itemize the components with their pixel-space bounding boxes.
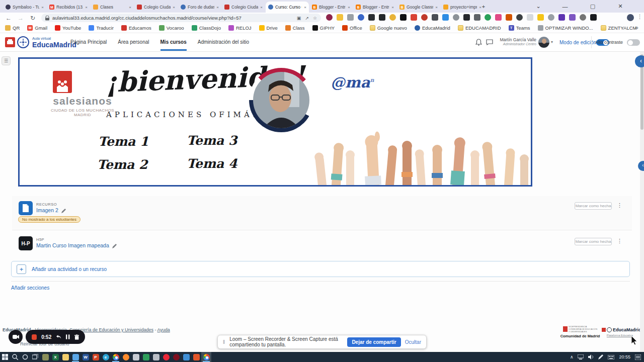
bookmark-item[interactable]: Drive: [259, 25, 278, 31]
drag-handle-icon[interactable]: ‖: [223, 339, 225, 345]
chrome-menu-icon[interactable]: ⋮: [637, 14, 642, 20]
extension-icon[interactable]: [347, 14, 354, 21]
bookmark-item[interactable]: MGmail: [27, 25, 47, 31]
browser-tab[interactable]: Symbaloo - Tus×: [3, 2, 46, 13]
extension-icon[interactable]: [368, 14, 375, 21]
taskbar-icon-chrome[interactable]: [111, 352, 121, 362]
taskbar-icon-cortana[interactable]: [20, 352, 30, 362]
bookmark-item[interactable]: EducaMadrid: [415, 25, 450, 31]
browser-tab[interactable]: MRecibidos (13.5×: [47, 2, 90, 13]
activity-kebab-menu-icon[interactable]: ⋮: [617, 202, 622, 209]
tray-clock[interactable]: 20:55: [619, 354, 630, 359]
media-icon[interactable]: ▣: [297, 16, 301, 21]
user-menu[interactable]: Martín García Valle Administrador Centro: [497, 37, 536, 46]
bookmark-item[interactable]: Traducir: [89, 25, 114, 31]
reload-icon[interactable]: ↻: [28, 14, 37, 23]
hide-button[interactable]: Ocultar: [405, 339, 421, 345]
browser-tab[interactable]: Colegio Ciudad×: [222, 2, 265, 13]
extension-icon[interactable]: [485, 14, 491, 21]
browser-tab[interactable]: BGoogle Classro×: [397, 2, 440, 13]
tab-close-icon[interactable]: ×: [173, 5, 175, 10]
tray-volume-icon[interactable]: [588, 354, 594, 359]
taskbar-icon-sheets[interactable]: [141, 352, 151, 362]
nav-item-mis-cursos[interactable]: Mis cursos: [160, 33, 187, 51]
nav-item--rea-personal[interactable]: Área personal: [118, 33, 149, 51]
taskbar-icon-firefox[interactable]: [121, 352, 131, 362]
edit-title-icon[interactable]: [112, 244, 117, 248]
share-icon[interactable]: ↗: [305, 16, 309, 21]
extension-icon[interactable]: [442, 14, 449, 21]
profile-avatar[interactable]: [627, 14, 634, 21]
browser-tab[interactable]: Clases×: [91, 2, 134, 13]
footer-help-link[interactable]: Ayuda: [157, 327, 170, 332]
add-activity-button[interactable]: + Añadir una actividad o un recurso: [11, 261, 630, 277]
taskbar-icon-task-view[interactable]: [30, 352, 40, 362]
forward-icon[interactable]: →: [16, 14, 25, 23]
browser-tab[interactable]: BBlogger - Entra×: [353, 2, 396, 13]
taskbar-icon-start[interactable]: [0, 352, 10, 362]
add-sections-link[interactable]: Añadir secciones: [11, 285, 49, 291]
taskbar-icon-monitor-app[interactable]: [70, 352, 80, 362]
extension-icon[interactable]: [337, 14, 343, 21]
bookmark-item[interactable]: EDUCAMADRID: [458, 25, 501, 31]
tab-close-icon[interactable]: ×: [304, 5, 306, 10]
contrast-toggle[interactable]: [627, 39, 640, 46]
bookmark-star-icon[interactable]: ☆: [313, 16, 317, 21]
action-center-icon[interactable]: [635, 354, 641, 360]
activity-title-link[interactable]: Martin Curso Imagen mapeada: [36, 242, 117, 248]
extension-icon[interactable]: [569, 14, 576, 21]
bookmark-item[interactable]: GIPHY: [312, 25, 335, 31]
delete-recording-icon[interactable]: [74, 334, 79, 340]
messages-icon[interactable]: [486, 39, 493, 45]
tray-keyboard-icon[interactable]: [608, 355, 614, 359]
extension-icon[interactable]: [516, 14, 523, 21]
restart-recording-icon[interactable]: [56, 334, 61, 339]
extension-icon[interactable]: [558, 14, 565, 21]
extension-icon[interactable]: [548, 14, 554, 21]
edit-title-icon[interactable]: [61, 209, 66, 213]
extension-icon[interactable]: [389, 14, 396, 21]
bookmark-item[interactable]: YouTube: [55, 25, 81, 31]
extension-icon[interactable]: [453, 14, 459, 21]
taskbar-icon-file-explorer[interactable]: [60, 352, 70, 362]
tab-close-icon[interactable]: ×: [41, 5, 44, 10]
stop-sharing-button[interactable]: Dejar de compartir: [347, 337, 400, 347]
extension-icon[interactable]: [421, 14, 428, 21]
extension-icon[interactable]: [590, 14, 597, 21]
nav-item-administraci-n-del-sitio[interactable]: Administración del sitio: [198, 33, 249, 51]
loom-camera-button[interactable]: [9, 330, 23, 344]
pause-recording-icon[interactable]: [66, 334, 69, 339]
extension-icon[interactable]: [506, 14, 512, 21]
activity-title-link[interactable]: Imagen 2: [36, 207, 66, 213]
taskbar-icon-notes[interactable]: [151, 352, 161, 362]
tab-close-icon[interactable]: ×: [85, 5, 88, 10]
activity-kebab-menu-icon[interactable]: ⋮: [617, 238, 622, 244]
tab-close-icon[interactable]: ×: [129, 5, 131, 10]
tray-pen-icon[interactable]: [598, 354, 603, 359]
tray-chevron-icon[interactable]: ∧: [570, 354, 574, 359]
bookmark-item[interactable]: Educamos: [121, 25, 151, 31]
mark-done-button[interactable]: Marcar como hecha: [575, 238, 612, 245]
browser-tab[interactable]: Foro de dudas×: [178, 2, 221, 13]
taskbar-icon-media[interactable]: [171, 352, 181, 362]
stop-recording-icon[interactable]: [32, 334, 37, 340]
tab-close-icon[interactable]: ×: [391, 5, 394, 10]
extension-icon[interactable]: [495, 14, 502, 21]
taskbar-icon-search[interactable]: [10, 352, 20, 362]
nav-item-p-gina-principal[interactable]: Página Principal: [70, 33, 107, 51]
open-block-drawer-icon[interactable]: ‹: [635, 55, 644, 67]
taskbar-icon-powerpoint[interactable]: P: [91, 352, 101, 362]
tab-close-icon[interactable]: ×: [348, 5, 350, 10]
maximize-button[interactable]: ▢: [583, 0, 603, 13]
extension-icon[interactable]: [411, 14, 417, 21]
bookmark-item[interactable]: Class: [285, 25, 305, 31]
tab-close-icon[interactable]: ×: [216, 5, 219, 10]
bookmark-item[interactable]: Office: [342, 25, 362, 31]
extension-icon[interactable]: [432, 14, 438, 21]
taskbar-icon-recorder[interactable]: [191, 352, 201, 362]
tab-close-icon[interactable]: ×: [260, 5, 263, 10]
url-bar[interactable]: aulavirtual33.educa.madrid.org/cc.ciudad…: [41, 14, 321, 22]
bookmark-item[interactable]: OPTIMIZAR WINDO...: [538, 25, 593, 31]
taskbar-icon-word[interactable]: W: [80, 352, 91, 362]
extension-icon[interactable]: [358, 14, 364, 21]
